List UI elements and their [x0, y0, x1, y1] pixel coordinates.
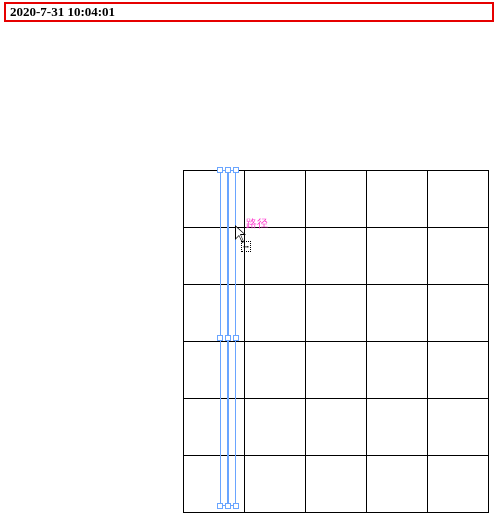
grid-cell[interactable]: [367, 399, 428, 456]
grid-cell[interactable]: [184, 228, 245, 285]
grid-cell[interactable]: [367, 456, 428, 513]
grid-object[interactable]: [183, 170, 489, 513]
grid-cell[interactable]: [184, 342, 245, 399]
grid-cell[interactable]: [306, 228, 367, 285]
grid-cell[interactable]: [428, 228, 489, 285]
timestamp-bar: 2020-7-31 10:04:01: [4, 2, 494, 22]
grid-cell[interactable]: [245, 171, 306, 228]
grid-cell[interactable]: [428, 171, 489, 228]
grid-cell[interactable]: [367, 342, 428, 399]
grid-cell[interactable]: [428, 456, 489, 513]
selection-handle[interactable]: [233, 167, 239, 173]
timestamp-text: 2020-7-31 10:04:01: [10, 4, 115, 20]
grid-cell[interactable]: [245, 342, 306, 399]
cursor-mode-icon: ⋯: [241, 241, 251, 252]
grid-cell[interactable]: [367, 228, 428, 285]
grid-cell[interactable]: [184, 285, 245, 342]
grid-cell[interactable]: [184, 171, 245, 228]
selection-handle[interactable]: [217, 503, 223, 509]
grid-cell[interactable]: [306, 285, 367, 342]
grid-cell[interactable]: [428, 399, 489, 456]
selection-rect: [228, 170, 236, 506]
cursor-arrow-icon: [235, 225, 251, 245]
selection-rect: [220, 170, 228, 506]
grid-cell[interactable]: [184, 456, 245, 513]
grid-cell[interactable]: [306, 171, 367, 228]
grid-cell[interactable]: [245, 399, 306, 456]
editor-canvas[interactable]: 路径 ⋯: [0, 0, 500, 528]
selection-handle[interactable]: [233, 335, 239, 341]
selection-handle[interactable]: [225, 503, 231, 509]
grid-cell[interactable]: [245, 285, 306, 342]
grid-cell[interactable]: [306, 342, 367, 399]
selection-handle[interactable]: [233, 503, 239, 509]
grid-cell[interactable]: [367, 285, 428, 342]
path-tooltip: 路径: [246, 216, 268, 231]
grid-cell[interactable]: [428, 285, 489, 342]
selection-handle[interactable]: [225, 167, 231, 173]
selection-handle[interactable]: [217, 335, 223, 341]
grid-cell[interactable]: [367, 171, 428, 228]
selection-handle[interactable]: [217, 167, 223, 173]
grid-cell[interactable]: [428, 342, 489, 399]
grid-cell[interactable]: [245, 228, 306, 285]
grid-cell[interactable]: [184, 399, 245, 456]
grid-cell[interactable]: [245, 456, 306, 513]
grid-cell[interactable]: [306, 399, 367, 456]
selection-handle[interactable]: [225, 335, 231, 341]
grid-cell[interactable]: [306, 456, 367, 513]
